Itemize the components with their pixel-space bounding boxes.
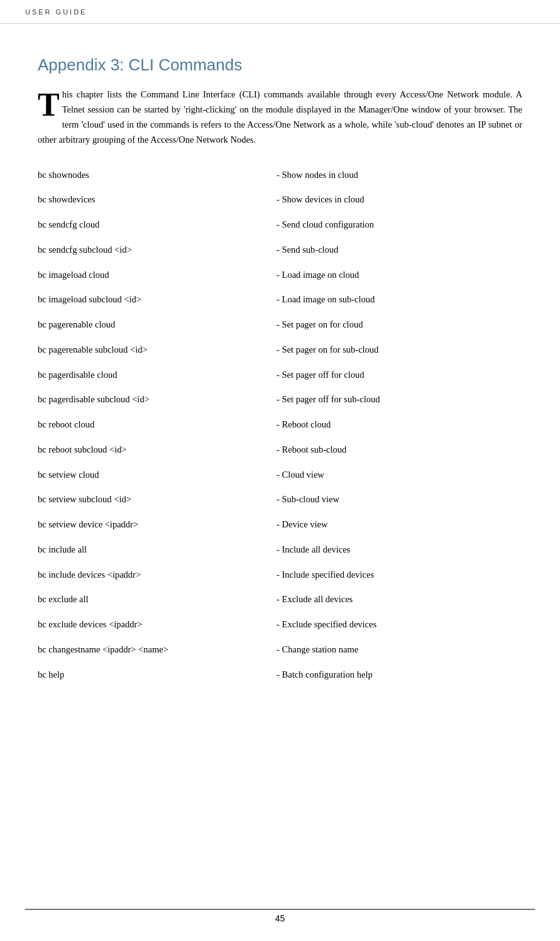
description-cell: - Device view: [270, 512, 522, 537]
intro-section: This chapter lists the Command Line Inte…: [38, 87, 522, 148]
table-row: bc reboot cloud- Reboot cloud: [38, 412, 522, 437]
description-cell: - Set pager on for sub-cloud: [270, 338, 522, 363]
table-row: bc include all- Include all devices: [38, 537, 522, 563]
command-cell: bc shownodes: [38, 163, 270, 188]
description-cell: - Cloud view: [270, 463, 522, 488]
description-cell: - Set pager off for cloud: [270, 363, 522, 388]
command-cell: bc include devices <ipaddr>: [38, 563, 270, 588]
command-cell: bc setview subcloud <id>: [38, 487, 270, 512]
table-row: bc exclude devices <ipaddr>- Exclude spe…: [38, 612, 522, 637]
table-row: bc setview device <ipaddr>- Device view: [38, 512, 522, 537]
description-cell: - Include specified devices: [270, 563, 522, 588]
table-row: bc sendcfg cloud- Send cloud configurati…: [38, 212, 522, 238]
command-cell: bc reboot subcloud <id>: [38, 437, 270, 463]
command-cell: bc exclude devices <ipaddr>: [38, 612, 270, 637]
description-cell: - Load image on cloud: [270, 263, 522, 288]
description-cell: - Send sub-cloud: [270, 238, 522, 263]
table-row: bc setview subcloud <id>- Sub-cloud view: [38, 487, 522, 512]
command-cell: bc imageload cloud: [38, 263, 270, 288]
table-row: bc include devices <ipaddr>- Include spe…: [38, 563, 522, 588]
command-cell: bc pagerenable subcloud <id>: [38, 338, 270, 363]
description-cell: - Load image on sub-cloud: [270, 287, 522, 312]
description-cell: - Exclude all devices: [270, 587, 522, 612]
command-cell: bc sendcfg subcloud <id>: [38, 238, 270, 263]
table-row: bc pagerenable cloud- Set pager on for c…: [38, 312, 522, 338]
command-cell: bc changestname <ipaddr> <name>: [38, 637, 270, 663]
table-row: bc imageload subcloud <id>- Load image o…: [38, 287, 522, 312]
description-cell: - Show nodes in cloud: [270, 163, 522, 188]
table-row: bc sendcfg subcloud <id>- Send sub-cloud: [38, 238, 522, 263]
header-label: USER GUIDE: [25, 8, 87, 16]
drop-cap: T: [38, 89, 60, 121]
command-table: bc shownodes- Show nodes in cloudbc show…: [38, 163, 522, 688]
command-cell: bc exclude all: [38, 587, 270, 612]
command-cell: bc include all: [38, 537, 270, 563]
description-cell: - Set pager on for cloud: [270, 312, 522, 338]
command-cell: bc pagerenable cloud: [38, 312, 270, 338]
footer-page-number: 45: [0, 913, 560, 923]
table-row: bc reboot subcloud <id>- Reboot sub-clou…: [38, 437, 522, 463]
page-content: Appendix 3: CLI Commands This chapter li…: [0, 24, 560, 725]
table-row: bc setview cloud- Cloud view: [38, 463, 522, 488]
table-row: bc shownodes- Show nodes in cloud: [38, 163, 522, 188]
description-cell: - Reboot cloud: [270, 412, 522, 437]
description-cell: - Include all devices: [270, 537, 522, 563]
intro-text: his chapter lists the Command Line Inter…: [38, 89, 522, 145]
description-cell: - Reboot sub-cloud: [270, 437, 522, 463]
command-cell: bc imageload subcloud <id>: [38, 287, 270, 312]
command-cell: bc help: [38, 663, 270, 688]
intro-paragraph: This chapter lists the Command Line Inte…: [38, 87, 522, 148]
description-cell: - Set pager off for sub-cloud: [270, 387, 522, 412]
footer-line: [25, 909, 535, 910]
command-cell: bc reboot cloud: [38, 412, 270, 437]
page-title: Appendix 3: CLI Commands: [38, 55, 522, 75]
description-cell: - Exclude specified devices: [270, 612, 522, 637]
command-cell: bc sendcfg cloud: [38, 212, 270, 238]
command-cell: bc pagerdisable subcloud <id>: [38, 387, 270, 412]
table-row: bc changestname <ipaddr> <name>- Change …: [38, 637, 522, 663]
table-row: bc exclude all- Exclude all devices: [38, 587, 522, 612]
command-cell: bc setview device <ipaddr>: [38, 512, 270, 537]
command-cell: bc setview cloud: [38, 463, 270, 488]
table-row: bc imageload cloud- Load image on cloud: [38, 263, 522, 288]
description-cell: - Show devices in cloud: [270, 187, 522, 212]
table-row: bc pagerdisable subcloud <id>- Set pager…: [38, 387, 522, 412]
header-bar: USER GUIDE: [0, 0, 560, 24]
table-row: bc pagerdisable cloud- Set pager off for…: [38, 363, 522, 388]
table-row: bc pagerenable subcloud <id>- Set pager …: [38, 338, 522, 363]
command-cell: bc showdevices: [38, 187, 270, 212]
command-cell: bc pagerdisable cloud: [38, 363, 270, 388]
table-row: bc showdevices- Show devices in cloud: [38, 187, 522, 212]
description-cell: - Send cloud configuration: [270, 212, 522, 238]
description-cell: - Sub-cloud view: [270, 487, 522, 512]
description-cell: - Batch configuration help: [270, 663, 522, 688]
table-row: bc help- Batch configuration help: [38, 663, 522, 688]
description-cell: - Change station name: [270, 637, 522, 663]
